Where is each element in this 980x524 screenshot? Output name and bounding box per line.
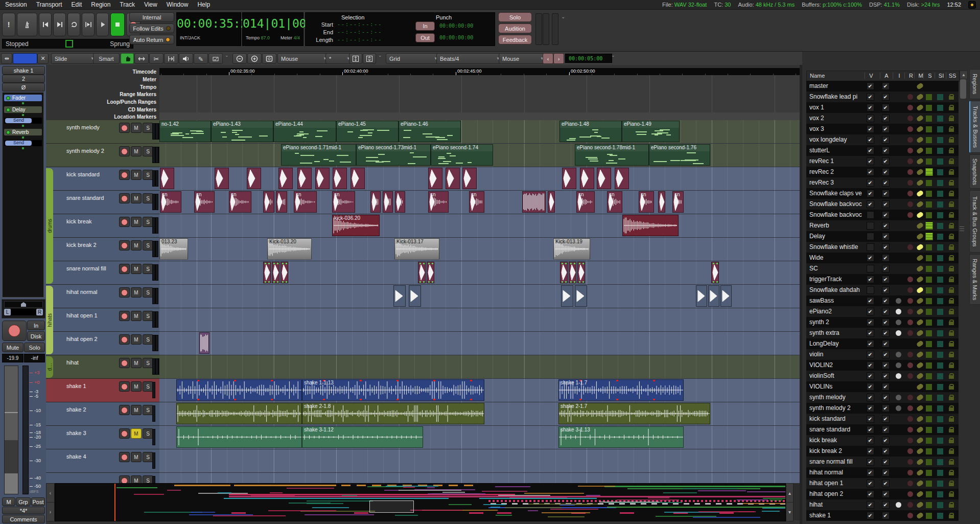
region[interactable] <box>658 191 665 213</box>
visible-checkbox[interactable]: ✔ <box>864 92 876 102</box>
solo-safe-lock-icon[interactable] <box>945 510 958 521</box>
record-enable-button[interactable] <box>119 217 130 227</box>
track-list-row-synth-extra[interactable]: synth extra✔✔ <box>806 328 959 338</box>
solo-safe-lock-icon[interactable] <box>945 349 958 360</box>
metering-point-button[interactable]: M <box>2 497 15 506</box>
track-name-label[interactable]: hihat <box>66 359 79 366</box>
solo-safe-lock-icon[interactable] <box>945 145 958 156</box>
solo-safe-lock-icon[interactable] <box>945 263 958 274</box>
solo-safe-lock-icon[interactable] <box>945 199 958 210</box>
solo-button[interactable]: S <box>143 452 153 462</box>
processor-box[interactable]: FaderDelaySendReverbSend <box>2 92 44 298</box>
track-list-row-Wide[interactable]: Wide✔✔ <box>806 253 959 263</box>
solo-isolate-icon[interactable] <box>934 306 946 317</box>
active-checkbox[interactable]: ✔ <box>879 446 892 457</box>
track-list-row-triggerTrack[interactable]: triggerTrack✔✔ <box>806 274 959 285</box>
region[interactable] <box>393 285 406 307</box>
region-ePiano-1.43[interactable]: ePiano-1.43 <box>211 121 273 142</box>
track-name-label[interactable]: shake 4 <box>66 453 86 460</box>
region[interactable] <box>370 191 381 213</box>
midi-input-icon[interactable] <box>892 499 904 510</box>
solo-isolate-icon[interactable] <box>934 435 946 446</box>
region[interactable] <box>615 168 629 189</box>
solo-isolate-icon[interactable] <box>934 210 946 220</box>
midi-input-icon[interactable] <box>892 360 904 371</box>
solo-safe-lock-icon[interactable] <box>945 210 958 220</box>
visible-checkbox[interactable]: ✔ <box>864 253 876 263</box>
region-ePiano-1.48[interactable]: ePiano-1.48 <box>559 121 622 142</box>
region-ePiano-second-1.71mid-1[interactable]: ePiano second-1.71mid-1 <box>281 144 356 166</box>
mute-button[interactable]: M <box>131 405 142 415</box>
track-list-row-Snowflake-backvoc[interactable]: Snowflake backvoc✔✔ <box>806 199 959 210</box>
side-tab-snapshots[interactable]: Snapshots <box>969 154 980 189</box>
solo-state-icon[interactable] <box>923 145 935 156</box>
record-enable-button[interactable] <box>119 428 130 439</box>
solo-button[interactable]: S <box>143 146 153 156</box>
region[interactable] <box>428 168 442 189</box>
region-Kick-013.20[interactable]: Kick-013.20 <box>267 238 312 260</box>
record-enable-button[interactable] <box>119 475 130 483</box>
zoom-fit-button[interactable] <box>262 53 276 64</box>
region[interactable] <box>462 168 477 189</box>
solo-state-icon[interactable] <box>923 457 935 467</box>
track-list-row-kick-standard[interactable]: kick standard✔✔ <box>806 414 959 424</box>
active-checkbox[interactable]: ✔ <box>879 317 892 328</box>
solo-safe-lock-icon[interactable] <box>945 360 958 371</box>
phase-button[interactable]: Ø <box>2 83 45 92</box>
region[interactable] <box>383 191 393 213</box>
visible-checkbox[interactable]: ✔ <box>864 489 876 499</box>
solo-state-icon[interactable] <box>923 360 935 371</box>
track-list-row-hihat[interactable]: hihat✔✔ <box>806 499 959 510</box>
active-checkbox[interactable]: ✔ <box>879 467 892 478</box>
active-checkbox[interactable]: ✔ <box>879 210 892 220</box>
track-header-shake-3[interactable]: shake 3MS <box>46 426 159 449</box>
track-lane-shake-1[interactable]: shake 1-1.13shake 1-1.7 <box>159 379 800 402</box>
active-checkbox[interactable]: ✔ <box>879 253 892 263</box>
track-lane-synth-melody[interactable]: no-1.42ePiano-1.43ePiano-1.44ePiano-1.45… <box>159 120 800 144</box>
solo-isolate-icon[interactable] <box>934 199 946 210</box>
solo-button[interactable]: S <box>143 428 153 439</box>
mute-button[interactable]: M <box>131 381 142 392</box>
mute-state-icon[interactable] <box>914 81 926 92</box>
visible-checkbox[interactable]: ✔ <box>864 435 876 446</box>
active-checkbox[interactable]: ✔ <box>879 167 892 177</box>
region-sn[interactable]: sn <box>639 191 654 213</box>
solo-state-icon[interactable] <box>923 220 935 231</box>
edit-mode-dropdown[interactable]: Slide▼ <box>51 53 98 64</box>
solo-state-icon[interactable] <box>923 328 935 338</box>
solo-button[interactable]: Solo <box>24 343 45 352</box>
solo-button[interactable]: S <box>143 240 153 250</box>
visible-checkbox[interactable] <box>864 210 876 220</box>
track-list-row-Reverb[interactable]: Reverb✔ <box>806 220 959 231</box>
solo-isolate-icon[interactable] <box>934 134 946 145</box>
solo-state-icon[interactable] <box>923 424 935 435</box>
solo-safe-lock-icon[interactable] <box>945 414 958 424</box>
region-ePiano-1.44[interactable]: ePiano-1.44 <box>273 121 336 142</box>
column-v[interactable]: V <box>865 73 877 79</box>
grid-unit-dropdown[interactable]: Beats/4▼ <box>436 53 504 64</box>
solo-isolate-icon[interactable] <box>934 392 946 403</box>
toolbar-expander-icon[interactable]: ⌄ <box>611 53 615 58</box>
region-ePiano-1.49[interactable]: ePiano-1.49 <box>622 121 680 142</box>
midi-panic-button[interactable]: ! <box>2 13 15 36</box>
track-lane-shake-3[interactable]: shake 3-1.12shake 3-1.13 <box>159 426 800 449</box>
track-lane-hihat-open-1[interactable] <box>159 308 800 332</box>
solo-button[interactable]: S <box>143 475 153 483</box>
active-checkbox[interactable]: ✔ <box>879 220 892 231</box>
audition-alert-button[interactable]: Audition <box>498 24 532 33</box>
metronome-button[interactable] <box>17 13 37 36</box>
visible-checkbox[interactable]: ✔ <box>864 113 876 124</box>
solo-safe-lock-icon[interactable] <box>945 92 958 102</box>
region-ePiano-1.46[interactable]: ePiano-1.46 <box>399 121 461 142</box>
solo-state-icon[interactable] <box>923 414 935 424</box>
timecode-ruler[interactable]: 00:02:35:0000:02:40:0000:02:45:0000:02:5… <box>159 68 800 75</box>
region[interactable] <box>351 168 365 189</box>
active-checkbox[interactable]: ✔ <box>879 199 892 210</box>
strip-resize-icon[interactable]: ⇹ <box>1 53 12 64</box>
solo-button[interactable]: S <box>143 217 153 227</box>
track-list-row-Delay[interactable]: Delay✔ <box>806 231 959 242</box>
pan-handle[interactable] <box>21 302 26 307</box>
region-sn[interactable]: sn <box>332 191 355 213</box>
track-lane-kick-break[interactable]: kick-036.20 <box>159 214 800 238</box>
peak-display[interactable]: -inf <box>24 354 45 362</box>
